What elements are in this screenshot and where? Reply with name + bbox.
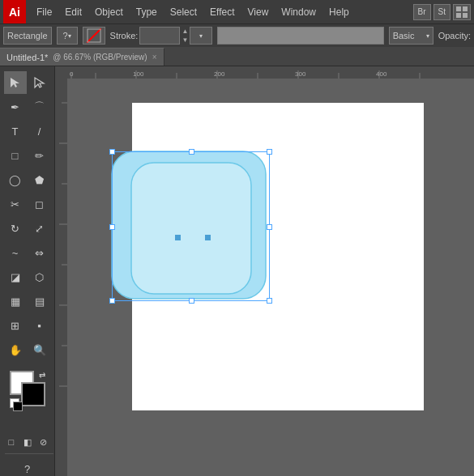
color-area: ⇄ □ ◧ ⊘ ?: [2, 368, 53, 476]
main-layout: ◂▸ ✒ ⌒ T / □ ✏ ◯ ⬟ ✂ ◻: [0, 66, 474, 476]
menu-window[interactable]: Window: [275, 0, 322, 23]
style-dropdown[interactable]: Basic ▾: [389, 27, 433, 45]
chevron-down-icon: ▾: [199, 32, 203, 40]
fill-mode-button[interactable]: □: [5, 434, 18, 450]
st-button[interactable]: St: [433, 4, 451, 20]
menu-help[interactable]: Help: [323, 0, 355, 23]
dots-area: [175, 235, 211, 240]
canvas-inner: [55, 79, 474, 476]
gradient-mode-button[interactable]: ◧: [21, 434, 34, 450]
stroke-spinner[interactable]: ▲ ▼: [181, 27, 188, 45]
curvature-tool[interactable]: ⌒: [28, 96, 51, 118]
chevron-down-icon: ▾: [68, 32, 71, 40]
svg-line-4: [87, 28, 101, 43]
blob-brush-tool[interactable]: ⬟: [28, 168, 51, 191]
zoom-tool[interactable]: 🔍: [28, 338, 51, 361]
svg-rect-1: [463, 6, 468, 11]
color-mode-row: □ ◧ ⊘: [5, 434, 49, 450]
eraser-tool[interactable]: ◻: [28, 193, 51, 215]
width-tool[interactable]: ⇔: [28, 241, 51, 264]
svg-rect-2: [456, 13, 461, 18]
menu-file[interactable]: File: [31, 0, 58, 23]
chevron-down-icon: ▾: [426, 32, 429, 40]
menu-view[interactable]: View: [242, 0, 275, 23]
canvas-area[interactable]: 0 100 200 300 400: [55, 66, 474, 476]
menu-type[interactable]: Type: [130, 0, 163, 23]
stroke-color-swatch[interactable]: [21, 382, 45, 406]
tab-title: Untitled-1*: [6, 53, 48, 62]
svg-rect-0: [456, 6, 461, 11]
live-paint-tool[interactable]: ⬡: [28, 266, 51, 288]
warp-tool[interactable]: ~: [4, 241, 27, 264]
vertical-ruler: [55, 79, 67, 476]
tool-options-button[interactable]: ? ▾: [57, 27, 78, 45]
pencil-tool[interactable]: ✏: [28, 144, 51, 167]
scissors-tool[interactable]: ✂: [4, 193, 27, 215]
svg-text:300: 300: [295, 70, 306, 78]
svg-rect-3: [463, 13, 468, 18]
rotate-tool[interactable]: ↻: [4, 217, 27, 240]
workspace-grid-button[interactable]: [453, 4, 471, 20]
svg-text:100: 100: [133, 70, 144, 78]
dot-left: [175, 235, 181, 240]
stroke-down-icon[interactable]: ▼: [181, 36, 188, 45]
document-tab[interactable]: Untitled-1* @ 66.67% (RGB/Preview) ×: [0, 48, 164, 66]
hand-tool[interactable]: ✋: [4, 338, 27, 361]
canvas-viewport[interactable]: [67, 79, 474, 476]
shape-front: [130, 161, 255, 297]
scale-tool[interactable]: ⤢: [28, 217, 51, 240]
left-toolbar: ◂▸ ✒ ⌒ T / □ ✏ ◯ ⬟ ✂ ◻: [0, 66, 55, 476]
selection-tool[interactable]: [4, 71, 27, 94]
tab-subtitle: @ 66.67% (RGB/Preview): [53, 53, 147, 62]
br-button[interactable]: Br: [413, 4, 431, 20]
artboard-tool[interactable]: ⊞: [4, 314, 27, 337]
horizontal-ruler: 0 100 200 300 400: [55, 66, 474, 79]
slice-tool[interactable]: ▪: [28, 314, 51, 337]
dot-right: [205, 235, 211, 240]
svg-marker-6: [11, 78, 19, 87]
svg-rect-25: [55, 79, 67, 476]
color-separator: [5, 453, 53, 454]
column-graph-tool[interactable]: ▦: [4, 290, 27, 312]
svg-marker-7: [35, 78, 44, 87]
menu-edit[interactable]: Edit: [59, 0, 88, 23]
stroke-up-icon[interactable]: ▲: [181, 27, 188, 36]
svg-rect-35: [131, 163, 251, 294]
none-mode-button[interactable]: ⊘: [36, 434, 49, 450]
direct-selection-tool[interactable]: [28, 71, 51, 94]
stroke-unit-dropdown[interactable]: ▾: [190, 27, 212, 45]
shape-builder-tool[interactable]: ◪: [4, 266, 27, 288]
svg-text:400: 400: [376, 70, 387, 78]
stroke-control: Stroke: ▲ ▼ ▾: [110, 27, 213, 45]
stroke-style-preview: [217, 27, 383, 45]
stroke-label: Stroke:: [110, 31, 139, 40]
options-toolbar: Rectangle ? ▾ Stroke: ▲ ▼ ▾ Basic ▾ Opac…: [0, 23, 474, 47]
pen-tool[interactable]: ✒: [4, 96, 27, 118]
menu-effect[interactable]: Effect: [204, 0, 240, 23]
svg-text:0: 0: [70, 70, 74, 78]
stroke-value-input[interactable]: [139, 27, 180, 45]
shape-tool-label[interactable]: Rectangle: [3, 27, 52, 45]
svg-text:200: 200: [214, 70, 225, 78]
bar-graph-tool[interactable]: ▤: [28, 290, 51, 312]
tab-close-button[interactable]: ×: [152, 53, 157, 62]
menu-object[interactable]: Object: [89, 0, 129, 23]
app-logo: Ai: [3, 0, 26, 23]
rectangle-tool[interactable]: □: [4, 144, 27, 167]
fill-swatch[interactable]: [83, 27, 105, 45]
menu-bar: Ai File Edit Object Type Select Effect V…: [0, 0, 474, 23]
menu-select[interactable]: Select: [164, 0, 203, 23]
color-swatches: ⇄: [10, 371, 45, 406]
tab-bar: Untitled-1* @ 66.67% (RGB/Preview) ×: [0, 47, 474, 66]
style-value: Basic: [393, 31, 415, 40]
line-tool[interactable]: /: [28, 120, 51, 142]
question-mark-button[interactable]: ?: [16, 457, 39, 476]
opacity-label: Opacity:: [438, 31, 471, 40]
type-tool[interactable]: T: [4, 120, 27, 142]
svg-rect-9: [55, 66, 474, 79]
paintbrush-tool[interactable]: ◯: [4, 168, 27, 191]
swap-colors-button[interactable]: ⇄: [39, 371, 45, 380]
